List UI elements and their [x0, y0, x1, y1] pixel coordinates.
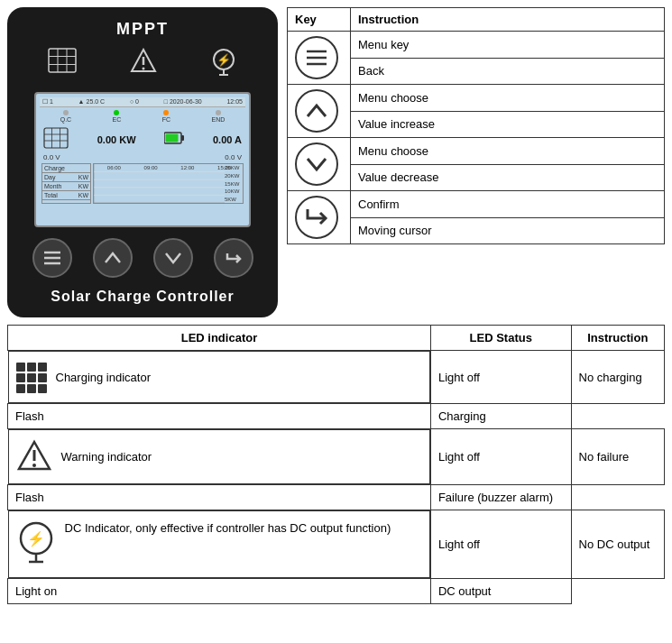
svg-rect-0 [49, 49, 76, 72]
charging-instruction-1: No charging [571, 351, 664, 404]
lcd-main-row: 0.00 KW 0.00 A [40, 125, 245, 153]
down-key-symbol [295, 142, 338, 186]
warning-indicator-label: Warning indicator [61, 450, 152, 464]
led-charging-row-2: Flash Charging [8, 404, 665, 429]
charging-instruction-2: Charging [430, 404, 571, 429]
up-key-symbol [295, 89, 338, 133]
menu-key-symbol [295, 36, 338, 79]
confirm-key-icon-cell [288, 191, 351, 244]
controller-panel: MPPT [7, 7, 278, 317]
svg-text:⚡: ⚡ [27, 530, 45, 547]
warning-status-2: Flash [8, 485, 431, 510]
key-row-menu: Menu key [288, 32, 665, 59]
svg-point-7 [142, 68, 144, 70]
menu-key-icon-cell [288, 32, 351, 85]
led-dc-row-2: Light on DC output [8, 579, 665, 604]
confirm-key-symbol [295, 196, 338, 239]
dc-instruction-1: No DC output [571, 510, 664, 579]
solar-panel-icon [48, 48, 77, 83]
charging-status-1: Light off [430, 351, 571, 404]
menu-button[interactable] [32, 238, 72, 278]
solar-controller-label: Solar Charge Controller [51, 289, 234, 305]
menu-choose-down-instruction: Menu choose [351, 138, 665, 165]
warning-instruction-2: Failure (buzzer alarm) [430, 485, 571, 510]
led-table: LED indicator LED Status Instruction Cha… [7, 325, 665, 604]
dc-indicator-cell: ⚡ DC Indicator, only effective if contro… [8, 510, 430, 578]
dc-led-icon: ⚡ [16, 520, 56, 568]
svg-rect-12 [44, 128, 68, 148]
lcd-screen: ☐ 1 ▲ 25.0 C ○ 0 □ 2020-06-30 12:05 Q.C … [34, 92, 251, 227]
dc-instruction-2: DC output [430, 579, 571, 604]
voltage-row: 0.0 V 0.0 V [40, 153, 245, 161]
key-table: Key Instruction Menu key [287, 7, 665, 244]
svg-text:⚡: ⚡ [216, 52, 232, 68]
warning-indicator-cell: Warning indicator [8, 429, 430, 484]
menu-key-instruction: Menu key [351, 32, 665, 59]
svg-rect-18 [181, 135, 184, 141]
back-instruction: Back [351, 58, 665, 85]
led-indicator-header: LED indicator [8, 326, 431, 351]
value-increase-instruction: Value increase [351, 111, 665, 138]
dc-indicator-label: DC Indicator, only effective if controll… [65, 520, 391, 537]
menu-choose-up-instruction: Menu choose [351, 85, 665, 112]
key-row-down: Menu choose [288, 138, 665, 165]
dc-status-1: Light off [430, 510, 571, 579]
top-icons-row: ⚡ [22, 48, 263, 83]
warning-icon [130, 48, 157, 83]
dc-output-icon: ⚡ [210, 48, 237, 83]
charging-status-2: Flash [8, 404, 431, 429]
led-warning-row-2: Flash Failure (buzzer alarm) [8, 485, 665, 510]
down-button[interactable] [153, 238, 193, 278]
charging-indicator-cell: Charging indicator [8, 351, 430, 403]
up-key-icon-cell [288, 85, 351, 138]
led-status-header: LED Status [430, 326, 571, 351]
svg-point-34 [32, 464, 36, 467]
dc-status-2: Light on [8, 579, 431, 604]
warning-led-icon [16, 439, 52, 474]
led-dc-row-1: ⚡ DC Indicator, only effective if contro… [8, 510, 665, 579]
confirm-instruction: Confirm [351, 191, 665, 218]
lcd-topbar: ☐ 1 ▲ 25.0 C ○ 0 □ 2020-06-30 12:05 [40, 97, 245, 107]
confirm-button[interactable] [214, 238, 253, 278]
grid-led-icon [16, 361, 47, 393]
charging-indicator-label: Charging indicator [56, 371, 152, 384]
warning-status-1: Light off [430, 429, 571, 485]
up-button[interactable] [93, 238, 133, 278]
controller-title: MPPT [116, 20, 169, 39]
svg-rect-19 [166, 134, 179, 142]
moving-cursor-instruction: Moving cursor [351, 217, 665, 244]
instruction-col-header: Instruction [351, 8, 665, 32]
led-warning-row-1: Warning indicator Light off No failure [8, 429, 665, 485]
control-buttons-row [22, 238, 263, 278]
warning-instruction-1: No failure [571, 429, 664, 485]
key-row-confirm: Confirm [288, 191, 665, 218]
led-section: LED indicator LED Status Instruction Cha… [0, 325, 672, 611]
led-instruction-header: Instruction [571, 326, 664, 351]
lcd-data-table: Charge DayKW MonthKW TotalKW 25KW 20KW 1… [40, 163, 245, 204]
key-col-header: Key [288, 8, 351, 32]
value-decrease-instruction: Value decrease [351, 164, 665, 191]
key-row-up: Menu choose [288, 85, 665, 112]
led-charging-row-1: Charging indicator Light off No charging [8, 351, 665, 404]
down-key-icon-cell [288, 138, 351, 191]
lcd-charge-row: Q.C EC FC END [40, 110, 245, 123]
